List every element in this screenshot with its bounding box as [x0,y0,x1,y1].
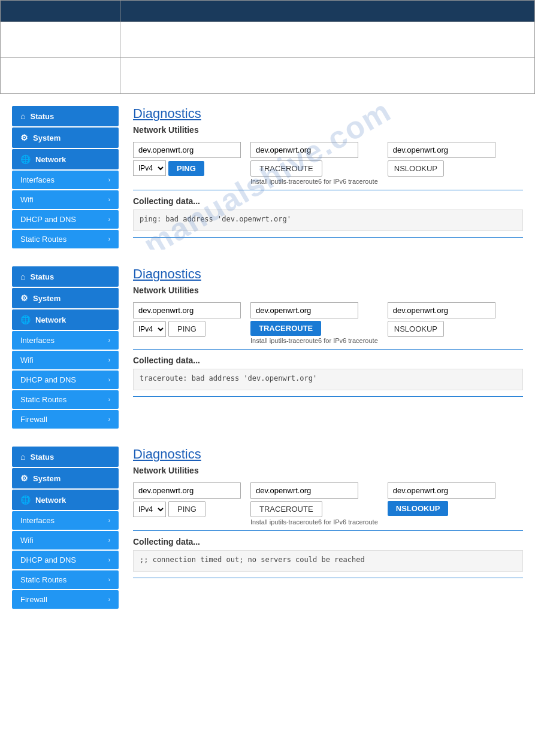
chevron-right-icon: › [108,517,110,524]
diagnostics-title-1: Diagnostics [133,106,523,122]
sidebar-item-system[interactable]: ⚙ System [12,127,119,148]
nslookup-input-2[interactable] [388,302,495,318]
diagnostics-title-2: Diagnostics [133,266,523,282]
chevron-right-icon: › [108,396,110,403]
ping-input-1[interactable] [133,142,241,158]
sidebar-item-system-3[interactable]: ⚙ System [12,468,119,488]
chevron-right-icon: › [108,596,110,603]
ping-button-3[interactable]: PING [168,501,205,517]
table-cell [120,22,535,58]
nslookup-input-3[interactable] [388,482,495,499]
ping-group-1: IPv4 IPv6 PING [133,142,241,176]
sidebar-system-label: System [33,133,61,142]
nslookup-controls-1: NSLOOKUP [388,160,495,177]
nslookup-button-3[interactable]: NSLOOKUP [388,501,449,516]
nslookup-input-1[interactable] [388,142,495,158]
collecting-label-2: Collecting data... [133,356,523,365]
ping-input-3[interactable] [133,482,241,499]
sidebar-item-wifi[interactable]: Wifi › [12,190,119,209]
sidebar-item-interfaces[interactable]: Interfaces › [12,171,119,189]
nslookup-button-1[interactable]: NSLOOKUP [388,160,444,177]
collecting-label-1: Collecting data... [133,196,523,206]
sidebar-item-firewall-3[interactable]: Firewall › [12,590,119,609]
ipv4-select-1[interactable]: IPv4 IPv6 [133,160,166,176]
sidebar-item-status-2[interactable]: ⌂ Status [12,266,119,287]
sidebar-item-network-3[interactable]: 🌐 Network [12,490,119,510]
sidebar-interfaces-label: Interfaces [20,175,55,184]
nslookup-button-2[interactable]: NSLOOKUP [388,321,444,337]
nslookup-controls-3: NSLOOKUP [388,501,495,516]
sidebar-wifi-label-2: Wifi [20,356,34,365]
network-icon: 🌐 [20,495,31,505]
traceroute-input-3[interactable] [250,482,358,499]
traceroute-button-2[interactable]: TRACEROUTE [250,321,321,336]
chevron-right-icon: › [108,177,110,183]
chevron-right-icon: › [108,416,110,423]
utilities-row-3: IPv4 IPv6 PING TRACEROUTE Install iputil… [133,482,523,526]
network-icon: 🌐 [20,315,31,324]
sidebar-item-network-2[interactable]: 🌐 Network [12,309,119,330]
main-content-3: Diagnostics Network Utilities IPv4 IPv6 … [133,447,523,610]
sidebar-item-wifi-2[interactable]: Wifi › [12,351,119,369]
ping-button-2[interactable]: PING [168,321,205,337]
sidebar-network-label-3: Network [35,496,66,505]
chevron-right-icon: › [108,196,110,203]
sidebar-item-network[interactable]: 🌐 Network [12,149,119,169]
chevron-right-icon: › [108,377,110,383]
sidebar-wifi-label-3: Wifi [20,536,34,545]
traceroute-group-1: TRACEROUTE Install iputils-traceroute6 f… [250,142,378,185]
ping-controls-2: IPv4 IPv6 PING [133,321,241,337]
home-icon: ⌂ [20,452,25,462]
sidebar-item-dhcp-dns-3[interactable]: DHCP and DNS › [12,551,119,569]
traceroute-controls-2: TRACEROUTE [250,321,378,336]
table-row [1,58,535,94]
sidebar-dhcp-label-3: DHCP and DNS [20,555,76,564]
sidebar-interfaces-label-2: Interfaces [20,336,55,345]
traceroute-button-3[interactable]: TRACEROUTE [250,501,322,517]
table-cell [1,58,120,94]
traceroute-hint-3: Install iputils-traceroute6 for IPv6 tra… [250,518,378,526]
ping-button-1[interactable]: PING [168,161,204,176]
sidebar-system-label-2: System [33,294,61,303]
sidebar-item-status[interactable]: ⌂ Status [12,106,119,126]
home-icon: ⌂ [20,272,25,281]
sidebar-item-static-routes-3[interactable]: Static Routes › [12,570,119,589]
diagnostics-title-3: Diagnostics [133,447,523,462]
sidebar-status-label-2: Status [30,272,54,281]
traceroute-input-2[interactable] [250,302,358,318]
utilities-row-2: IPv4 IPv6 PING TRACEROUTE Install iputil… [133,302,523,344]
gear-icon: ⚙ [20,473,28,483]
sidebar-network-label-2: Network [35,315,66,324]
traceroute-group-2: TRACEROUTE Install iputils-traceroute6 f… [250,302,378,344]
sidebar-item-status-3[interactable]: ⌂ Status [12,447,119,467]
sidebar-2: ⌂ Status ⚙ System 🌐 Network Interfaces ›… [12,266,119,430]
sidebar-system-label-3: System [33,474,61,483]
traceroute-button-1[interactable]: TRACEROUTE [250,160,322,177]
gear-icon: ⚙ [20,293,28,303]
home-icon: ⌂ [20,111,25,121]
divider-3b [133,578,523,578]
sidebar-item-interfaces-3[interactable]: Interfaces › [12,511,119,530]
sidebar-item-system-2[interactable]: ⚙ System [12,288,119,308]
chevron-right-icon: › [108,357,110,363]
chevron-right-icon: › [108,236,110,242]
sidebar-dhcp-label: DHCP and DNS [20,215,76,224]
utilities-row-1: IPv4 IPv6 PING TRACEROUTE Install iputil… [133,142,523,185]
chevron-right-icon: › [108,216,110,223]
ping-input-2[interactable] [133,302,241,318]
sidebar-item-firewall-2[interactable]: Firewall › [12,410,119,429]
traceroute-input-1[interactable] [250,142,358,158]
sidebar-item-static-routes[interactable]: Static Routes › [12,230,119,248]
sidebar-interfaces-label-3: Interfaces [20,516,55,525]
sidebar-item-dhcp-dns-2[interactable]: DHCP and DNS › [12,371,119,389]
network-utilities-label-3: Network Utilities [133,466,523,475]
sidebar-item-interfaces-2[interactable]: Interfaces › [12,331,119,350]
sidebar-3: ⌂ Status ⚙ System 🌐 Network Interfaces ›… [12,447,119,610]
ipv4-select-3[interactable]: IPv4 IPv6 [133,502,166,517]
nslookup-group-2: NSLOOKUP [388,302,495,337]
sidebar-item-wifi-3[interactable]: Wifi › [12,531,119,549]
sidebar-item-static-routes-2[interactable]: Static Routes › [12,390,119,409]
ipv4-select-2[interactable]: IPv4 IPv6 [133,321,166,337]
sidebar-item-dhcp-dns[interactable]: DHCP and DNS › [12,210,119,229]
sidebar-firewall-label-2: Firewall [20,415,47,424]
